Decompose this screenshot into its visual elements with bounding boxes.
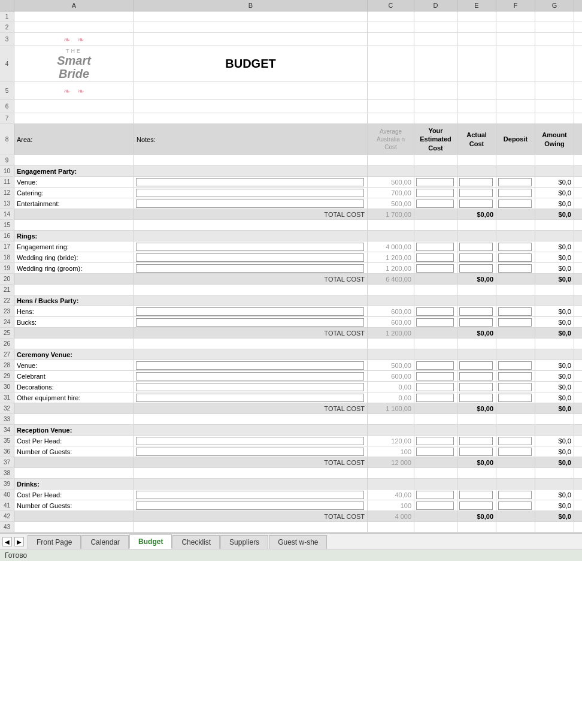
cell-b13[interactable] (134, 198, 368, 209)
input-b11[interactable] (136, 178, 364, 186)
input-d13[interactable] (416, 200, 454, 208)
input-f28[interactable] (498, 361, 532, 370)
input-f29[interactable] (498, 372, 532, 380)
cell-e28[interactable] (457, 360, 496, 370)
cell-b29[interactable] (134, 371, 368, 381)
cell-b18[interactable] (134, 252, 368, 262)
cell-e13[interactable] (457, 198, 496, 209)
cell-e41[interactable] (457, 500, 496, 510)
cell-f13[interactable] (496, 198, 535, 209)
input-b23[interactable] (136, 307, 364, 316)
input-d11[interactable] (416, 178, 454, 186)
cell-e36[interactable] (457, 446, 496, 457)
tab-front-page[interactable]: Front Page (28, 535, 81, 549)
input-b28[interactable] (136, 361, 364, 370)
input-b13[interactable] (136, 200, 364, 208)
input-e40[interactable] (459, 491, 493, 499)
input-b18[interactable] (136, 253, 364, 262)
cell-b35[interactable] (134, 436, 368, 446)
input-b30[interactable] (136, 383, 364, 391)
input-f23[interactable] (498, 307, 532, 316)
input-b40[interactable] (136, 491, 364, 499)
cell-f11[interactable] (496, 177, 535, 187)
input-e31[interactable] (459, 394, 493, 402)
cell-f41[interactable] (496, 500, 535, 510)
input-e29[interactable] (459, 372, 493, 380)
cell-d18[interactable] (414, 252, 457, 262)
input-d28[interactable] (416, 361, 454, 370)
cell-b31[interactable] (134, 392, 368, 403)
input-f19[interactable] (498, 264, 532, 273)
cell-b19[interactable] (134, 263, 368, 273)
input-f13[interactable] (498, 200, 532, 208)
input-e36[interactable] (459, 448, 493, 456)
input-f40[interactable] (498, 491, 532, 499)
cell-e19[interactable] (457, 263, 496, 273)
input-e28[interactable] (459, 361, 493, 370)
input-d23[interactable] (416, 307, 454, 316)
input-e35[interactable] (459, 437, 493, 445)
cell-d40[interactable] (414, 490, 457, 500)
tab-next-button[interactable]: ▶ (14, 537, 24, 546)
input-b41[interactable] (136, 502, 364, 510)
input-f17[interactable] (498, 243, 532, 251)
input-e30[interactable] (459, 383, 493, 391)
input-b29[interactable] (136, 372, 364, 380)
tab-budget[interactable]: Budget (129, 534, 172, 549)
input-b35[interactable] (136, 437, 364, 445)
input-d40[interactable] (416, 491, 454, 499)
input-d36[interactable] (416, 448, 454, 456)
input-f30[interactable] (498, 383, 532, 391)
input-e17[interactable] (459, 243, 493, 251)
cell-f30[interactable] (496, 382, 535, 392)
input-f18[interactable] (498, 253, 532, 262)
input-e18[interactable] (459, 253, 493, 262)
cell-f12[interactable] (496, 188, 535, 198)
input-f12[interactable] (498, 189, 532, 197)
cell-e40[interactable] (457, 490, 496, 500)
cell-b41[interactable] (134, 500, 368, 510)
input-d41[interactable] (416, 502, 454, 510)
input-f35[interactable] (498, 437, 532, 445)
cell-b30[interactable] (134, 382, 368, 392)
input-e24[interactable] (459, 318, 493, 327)
input-b36[interactable] (136, 448, 364, 456)
cell-f19[interactable] (496, 263, 535, 273)
cell-b28[interactable] (134, 360, 368, 370)
input-b17[interactable] (136, 243, 364, 251)
input-b31[interactable] (136, 394, 364, 402)
cell-e35[interactable] (457, 436, 496, 446)
input-e23[interactable] (459, 307, 493, 316)
tab-checklist[interactable]: Checklist (172, 535, 220, 549)
cell-d36[interactable] (414, 446, 457, 457)
cell-b36[interactable] (134, 446, 368, 457)
cell-f28[interactable] (496, 360, 535, 370)
input-d30[interactable] (416, 383, 454, 391)
cell-b24[interactable] (134, 317, 368, 327)
input-f24[interactable] (498, 318, 532, 327)
cell-d12[interactable] (414, 188, 457, 198)
cell-d30[interactable] (414, 382, 457, 392)
cell-d19[interactable] (414, 263, 457, 273)
input-f31[interactable] (498, 394, 532, 402)
cell-d29[interactable] (414, 371, 457, 381)
input-d35[interactable] (416, 437, 454, 445)
cell-d31[interactable] (414, 392, 457, 403)
input-d31[interactable] (416, 394, 454, 402)
cell-b17[interactable] (134, 241, 368, 252)
input-b19[interactable] (136, 264, 364, 273)
cell-f29[interactable] (496, 371, 535, 381)
input-d17[interactable] (416, 243, 454, 251)
input-d29[interactable] (416, 372, 454, 380)
cell-e31[interactable] (457, 392, 496, 403)
input-e11[interactable] (459, 178, 493, 186)
input-b24[interactable] (136, 318, 364, 327)
tab-suppliers[interactable]: Suppliers (220, 535, 268, 549)
cell-d23[interactable] (414, 306, 457, 316)
cell-d28[interactable] (414, 360, 457, 370)
cell-e30[interactable] (457, 382, 496, 392)
input-d18[interactable] (416, 253, 454, 262)
cell-b11[interactable] (134, 177, 368, 187)
cell-e11[interactable] (457, 177, 496, 187)
cell-f17[interactable] (496, 241, 535, 252)
